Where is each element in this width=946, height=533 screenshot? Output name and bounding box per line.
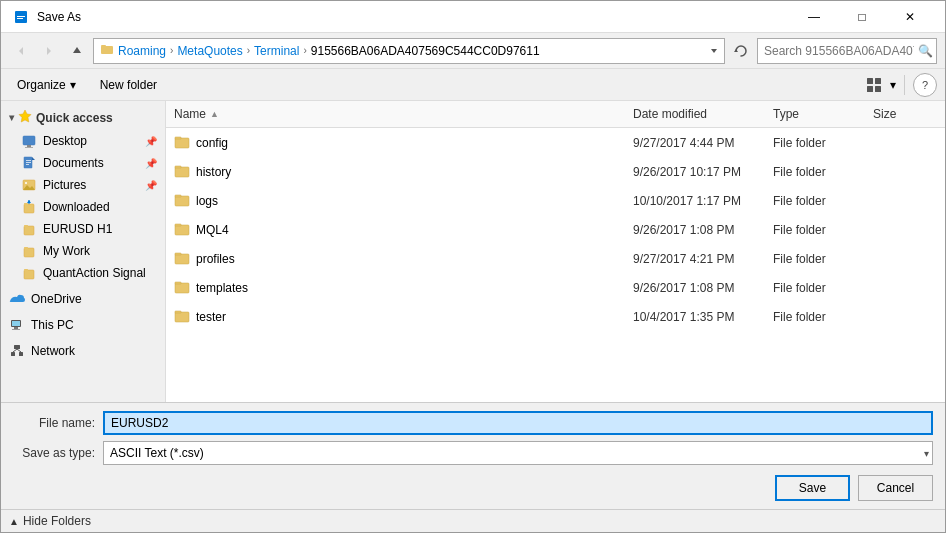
- quantaction-icon: [21, 265, 37, 281]
- sidebar-item-network[interactable]: Network: [1, 340, 165, 362]
- folder-icon: [174, 249, 190, 268]
- svg-rect-16: [27, 145, 31, 147]
- bottom-bar: File name: Save as type: ASCII Text (*.c…: [1, 402, 945, 509]
- forward-button[interactable]: [37, 39, 61, 63]
- filename-input[interactable]: [103, 411, 933, 435]
- table-row[interactable]: templates 9/26/2017 1:08 PM File folder: [166, 273, 945, 302]
- file-date-cell: 9/26/2017 10:17 PM: [625, 162, 765, 182]
- file-name: config: [196, 136, 228, 150]
- svg-rect-13: [875, 86, 881, 92]
- sidebar-item-onedrive[interactable]: OneDrive: [1, 288, 165, 310]
- breadcrumb-folder-icon: [100, 42, 114, 59]
- table-row[interactable]: tester 10/4/2017 1:35 PM File folder: [166, 302, 945, 331]
- cancel-button[interactable]: Cancel: [858, 475, 933, 501]
- table-row[interactable]: MQL4 9/26/2017 1:08 PM File folder: [166, 215, 945, 244]
- file-size-cell: [865, 314, 945, 320]
- mywork-icon: [21, 243, 37, 259]
- breadcrumb-roaming[interactable]: Roaming: [118, 44, 166, 58]
- sidebar-item-downloaded[interactable]: Downloaded: [1, 196, 165, 218]
- quick-access-arrow-icon: ▾: [9, 112, 14, 123]
- maximize-button[interactable]: □: [839, 1, 885, 33]
- svg-rect-42: [19, 352, 23, 356]
- svg-marker-9: [734, 49, 738, 52]
- file-type-cell: File folder: [765, 133, 865, 153]
- organize-button[interactable]: Organize ▾: [9, 76, 84, 94]
- file-name-cell: MQL4: [166, 217, 625, 242]
- col-name-header[interactable]: Name ▲: [166, 103, 625, 125]
- table-row[interactable]: history 9/26/2017 10:17 PM File folder: [166, 157, 945, 186]
- sidebar-item-desktop[interactable]: Desktop 📌: [1, 130, 165, 152]
- new-folder-button[interactable]: New folder: [92, 76, 165, 94]
- svg-rect-31: [24, 225, 28, 227]
- search-input[interactable]: [764, 44, 914, 58]
- saveas-row: Save as type: ASCII Text (*.csv) ▾: [13, 441, 933, 465]
- breadcrumb-id: 915566BA06ADA407569C544CC0D97611: [311, 44, 540, 58]
- col-name-label: Name: [174, 107, 206, 121]
- sidebar-item-quantaction[interactable]: QuantAction Signal: [1, 262, 165, 284]
- table-row[interactable]: profiles 9/27/2017 4:21 PM File folder: [166, 244, 945, 273]
- table-row[interactable]: logs 10/10/2017 1:17 PM File folder: [166, 186, 945, 215]
- svg-rect-39: [12, 329, 20, 330]
- breadcrumb-bar[interactable]: Roaming › MetaQuotes › Terminal › 915566…: [93, 38, 725, 64]
- file-size-cell: [865, 256, 945, 262]
- breadcrumb-dropdown-icon[interactable]: [710, 44, 718, 58]
- col-type-label: Type: [773, 107, 799, 121]
- pictures-pin-icon: 📌: [145, 180, 157, 191]
- sidebar-item-quantaction-label: QuantAction Signal: [43, 266, 146, 280]
- help-button[interactable]: ?: [913, 73, 937, 97]
- folder-icon: [174, 278, 190, 297]
- file-date-cell: 9/27/2017 4:44 PM: [625, 133, 765, 153]
- save-button[interactable]: Save: [775, 475, 850, 501]
- svg-rect-51: [175, 225, 189, 235]
- back-button[interactable]: [9, 39, 33, 63]
- hide-folders-bar[interactable]: ▲ Hide Folders: [1, 509, 945, 532]
- up-button[interactable]: [65, 39, 89, 63]
- sidebar-item-documents[interactable]: Documents 📌: [1, 152, 165, 174]
- folder-icon: [174, 191, 190, 210]
- documents-pin-icon: 📌: [145, 158, 157, 169]
- file-name-cell: logs: [166, 188, 625, 213]
- desktop-pin-icon: 📌: [145, 136, 157, 147]
- saveas-label: Save as type:: [13, 446, 103, 460]
- search-box[interactable]: 🔍: [757, 38, 937, 64]
- svg-marker-14: [19, 110, 31, 122]
- organize-arrow-icon: ▾: [70, 78, 76, 92]
- file-size-cell: [865, 198, 945, 204]
- action-bar: Organize ▾ New folder ▾ ?: [1, 69, 945, 101]
- svg-rect-6: [101, 46, 113, 54]
- view-toggle-button[interactable]: [862, 73, 886, 97]
- col-type-header[interactable]: Type: [765, 103, 865, 125]
- svg-rect-48: [175, 166, 181, 168]
- svg-rect-1: [17, 16, 25, 17]
- file-date-cell: 10/4/2017 1:35 PM: [625, 307, 765, 327]
- sidebar-item-eurusd[interactable]: EURUSD H1: [1, 218, 165, 240]
- saveas-select[interactable]: ASCII Text (*.csv): [103, 441, 933, 465]
- breadcrumb-terminal[interactable]: Terminal: [254, 44, 299, 58]
- svg-rect-56: [175, 282, 181, 284]
- svg-rect-54: [175, 253, 181, 255]
- svg-rect-2: [17, 18, 23, 19]
- svg-rect-12: [867, 86, 873, 92]
- sidebar-item-pictures[interactable]: Pictures 📌: [1, 174, 165, 196]
- col-size-header[interactable]: Size: [865, 103, 945, 125]
- file-type-cell: File folder: [765, 220, 865, 240]
- quick-access-header[interactable]: ▾ Quick access: [1, 105, 165, 130]
- refresh-button[interactable]: [729, 39, 753, 63]
- svg-point-24: [25, 182, 27, 184]
- file-rows-container: config 9/27/2017 4:44 PM File folder his…: [166, 128, 945, 331]
- col-date-header[interactable]: Date modified: [625, 103, 765, 125]
- close-button[interactable]: ✕: [887, 1, 933, 33]
- breadcrumb-metaquotes[interactable]: MetaQuotes: [177, 44, 242, 58]
- file-size-cell: [865, 169, 945, 175]
- minimize-button[interactable]: —: [791, 1, 837, 33]
- sidebar-item-eurusd-label: EURUSD H1: [43, 222, 112, 236]
- sidebar-item-mywork[interactable]: My Work: [1, 240, 165, 262]
- network-icon: [9, 343, 25, 359]
- svg-marker-8: [711, 49, 717, 53]
- window-icon: [13, 9, 29, 25]
- window-title: Save As: [37, 10, 791, 24]
- table-row[interactable]: config 9/27/2017 4:44 PM File folder: [166, 128, 945, 157]
- svg-rect-7: [101, 45, 106, 47]
- sidebar-item-thispc[interactable]: This PC: [1, 314, 165, 336]
- view-options: ▾ ?: [862, 73, 937, 97]
